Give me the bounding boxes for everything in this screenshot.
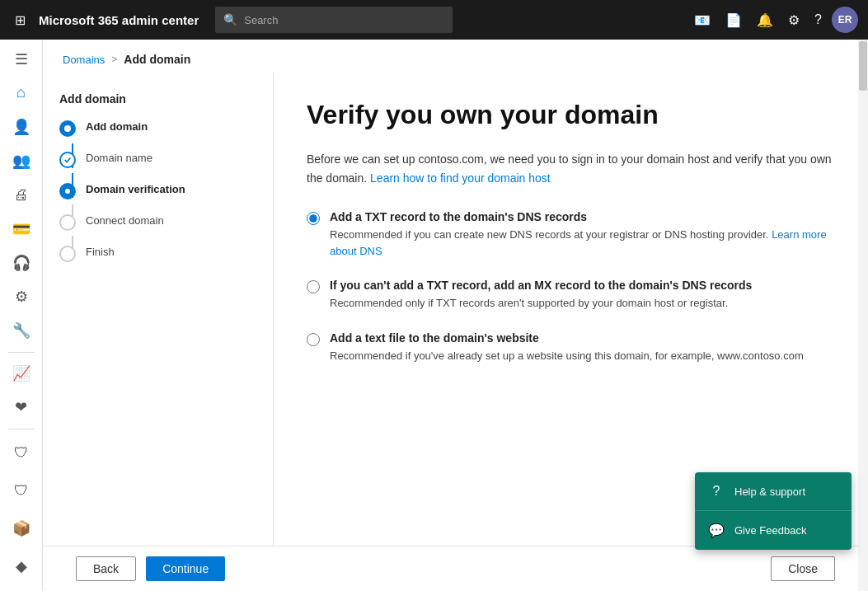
step-circle-domain-name [59, 152, 76, 168]
step-item-connect-domain: Connect domain [59, 206, 256, 231]
steps-header: Add domain [59, 92, 256, 106]
sidebar: ☰ ⌂ 👤 👥 🖨 💳 🎧 ⚙ 🔧 📈 ❤ 🛡 🛡 📦 ◆ [0, 40, 43, 591]
breadcrumb-current: Add domain [124, 53, 190, 66]
document-icon[interactable]: 📄 [720, 7, 747, 33]
step-item-add-domain: Add domain [59, 119, 256, 137]
step-item-finish: Finish [59, 237, 256, 262]
sidebar-icon-packages[interactable]: 📦 [3, 510, 40, 546]
step-label-connect-domain: Connect domain [86, 206, 164, 227]
sidebar-icon-setup[interactable]: 🔧 [3, 315, 40, 347]
help-support-label: Help & support [734, 485, 805, 498]
sidebar-icon-billing[interactable]: 💳 [3, 213, 40, 245]
radio-option-mx: If you can't add a TXT record, add an MX… [307, 279, 835, 312]
step-circle-add-domain [59, 120, 76, 137]
radio-option-file: Add a text file to the domain's website … [307, 331, 835, 364]
radio-txt-label: Add a TXT record to the domain's DNS rec… [330, 210, 835, 223]
sidebar-icon-menu[interactable]: ☰ [3, 43, 40, 75]
popup-give-feedback[interactable]: 💬 Give Feedback [695, 510, 852, 550]
step-circle-finish [59, 246, 76, 262]
close-button[interactable]: Close [771, 556, 835, 581]
step-item-domain-name: Domain name [59, 143, 256, 168]
intro-text: Before we can set up contoso.com, we nee… [307, 150, 835, 187]
settings-icon[interactable]: ⚙ [783, 7, 805, 33]
search-icon: 🔍 [223, 13, 237, 26]
radio-mx-content: If you can't add a TXT record, add an MX… [330, 279, 752, 312]
grid-icon[interactable]: ⊞ [10, 7, 30, 33]
sidebar-divider-2 [8, 429, 35, 429]
step-circle-domain-verification [59, 183, 76, 199]
sidebar-icon-resources[interactable]: 🖨 [3, 179, 40, 211]
domain-host-link[interactable]: Learn how to find your domain host [370, 171, 551, 185]
svg-point-0 [64, 125, 71, 132]
sidebar-icon-health[interactable]: ❤ [3, 392, 40, 424]
sidebar-icon-reports[interactable]: 📈 [3, 358, 40, 390]
search-input[interactable] [244, 14, 443, 26]
breadcrumb-parent[interactable]: Domains [63, 54, 105, 66]
sidebar-icon-gem[interactable]: ◆ [3, 548, 40, 584]
steps-sidebar: Add domain Add domain [43, 73, 274, 546]
sidebar-icon-home[interactable]: ⌂ [3, 77, 40, 109]
help-support-icon: ? [708, 484, 725, 499]
footer-nav-buttons: Back Continue [76, 556, 225, 581]
help-icon[interactable]: ? [809, 7, 827, 32]
continue-button[interactable]: Continue [146, 556, 225, 581]
step-circle-connect-domain [59, 214, 76, 231]
back-button[interactable]: Back [76, 556, 136, 581]
radio-txt-input[interactable] [307, 212, 320, 225]
step-label-finish: Finish [86, 237, 115, 258]
avatar[interactable]: ER [832, 7, 858, 33]
topbar-icons: 📧 📄 🔔 ⚙ ? ER [689, 7, 858, 33]
step-label-add-domain: Add domain [86, 119, 148, 133]
sidebar-icon-support[interactable]: 🎧 [3, 246, 40, 279]
radio-option-txt: Add a TXT record to the domain's DNS rec… [307, 210, 835, 259]
breadcrumb-separator: > [111, 54, 117, 65]
radio-file-input[interactable] [307, 333, 320, 346]
step-label-domain-verification: Domain verification [86, 175, 185, 195]
feedback-label: Give Feedback [734, 524, 806, 537]
sidebar-icon-settings[interactable]: ⚙ [3, 280, 40, 312]
radio-file-label: Add a text file to the domain's website [330, 331, 804, 345]
feedback-icon: 💬 [708, 523, 725, 538]
page-title: Verify you own your domain [307, 99, 835, 130]
radio-txt-content: Add a TXT record to the domain's DNS rec… [330, 210, 835, 259]
bell-icon[interactable]: 🔔 [752, 7, 778, 33]
search-box: 🔍 [215, 7, 452, 33]
popup-help-support[interactable]: ? Help & support [695, 472, 852, 510]
radio-txt-desc: Recommended if you can create new DNS re… [330, 227, 835, 259]
svg-point-1 [65, 189, 70, 194]
sidebar-bottom: 🛡 🛡 📦 ◆ [3, 425, 40, 591]
radio-mx-label: If you can't add a TXT record, add an MX… [330, 279, 752, 292]
radio-file-desc: Recommended if you've already set up a w… [330, 348, 804, 364]
sidebar-icon-security1[interactable]: 🛡 [3, 434, 40, 471]
app-title: Microsoft 365 admin center [39, 13, 199, 27]
sidebar-icon-security2[interactable]: 🛡 [3, 472, 40, 509]
sidebar-icon-users[interactable]: 👤 [3, 110, 40, 143]
topbar: ⊞ Microsoft 365 admin center 🔍 📧 📄 🔔 ⚙ ?… [0, 0, 868, 40]
radio-mx-input[interactable] [307, 280, 320, 293]
step-label-domain-name: Domain name [86, 143, 152, 164]
radio-mx-desc: Recommended only if TXT records aren't s… [330, 295, 752, 312]
step-item-domain-verification: Domain verification [59, 175, 256, 199]
outer-scrollbar[interactable] [858, 40, 868, 591]
scroll-thumb [859, 41, 867, 91]
radio-file-content: Add a text file to the domain's website … [330, 331, 804, 364]
sidebar-icon-groups[interactable]: 👥 [3, 145, 40, 177]
breadcrumb: Domains > Add domain [43, 40, 868, 73]
popup-menu: ? Help & support 💬 Give Feedback [695, 472, 852, 550]
sidebar-divider [8, 352, 35, 353]
email-icon[interactable]: 📧 [689, 7, 716, 33]
